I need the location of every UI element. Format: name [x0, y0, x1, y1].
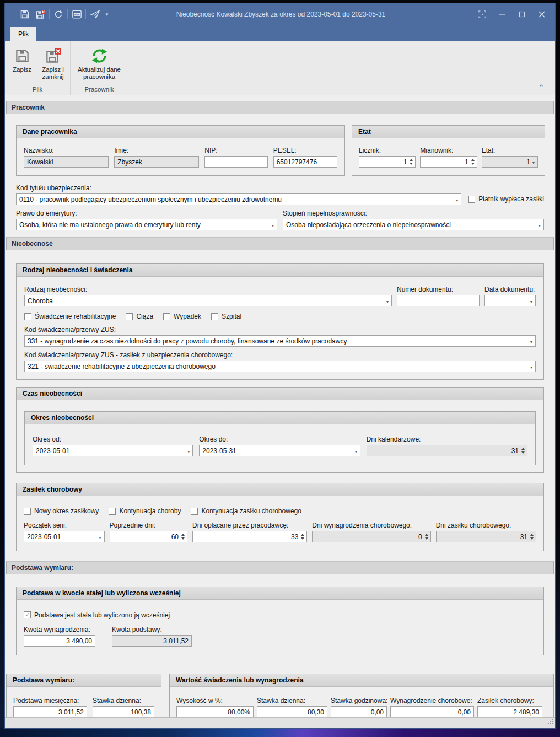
wysokosc-input[interactable]: 80,00%: [176, 706, 254, 717]
spinner-arrows-icon[interactable]: [410, 159, 413, 165]
stopien-dropdown[interactable]: Osoba nieposiadająca orzeczenia o niepeł…: [283, 219, 544, 230]
checkbox-label: Szpital: [222, 313, 241, 320]
nip-input[interactable]: [204, 156, 267, 168]
poczatek-serii-dropdown[interactable]: 2023-05-01: [24, 531, 105, 542]
pesel-input[interactable]: 65012797476: [273, 156, 337, 168]
section-header-podstawa: Podstawa wymiaru:: [6, 561, 554, 574]
prawo-emerytury-label: Prawo do emerytury:: [16, 209, 277, 217]
save-close-icon: [36, 10, 45, 19]
spinner-arrows-icon[interactable]: [301, 534, 304, 540]
poprzednie-dni-spinner[interactable]: 60: [110, 531, 188, 542]
spinner-arrows-icon[interactable]: [181, 534, 185, 540]
nowy-okres-checkbox[interactable]: Nowy okres zasiłkowy: [24, 507, 99, 515]
checkbox-label: Podstawa jest stała lub wyliczono ją wcz…: [34, 611, 170, 619]
rodzaj-dropdown[interactable]: Choroba: [24, 295, 392, 306]
zasilek-chorobowy-input[interactable]: 2 489,30: [477, 706, 542, 717]
kwota-wynagrodzenia-label: Kwota wynagrodzenia:: [24, 626, 95, 633]
group-header: Dane pracownika: [17, 126, 344, 138]
zapisz-button[interactable]: Zapisz: [7, 44, 37, 73]
chevron-down-icon: [530, 337, 532, 345]
podstawa-miesieczna-label: Podstawa miesięczna:: [13, 697, 87, 704]
spinner-arrows-icon[interactable]: [530, 534, 534, 540]
etat-label: Etat:: [482, 147, 538, 154]
chevron-down-icon: [99, 533, 101, 541]
checkbox-box: [211, 313, 218, 320]
refresh-icon: [54, 10, 63, 19]
group-wartosc-swiadczenia: Wartość świadczenia lub wynagrodzenia Wy…: [169, 674, 554, 717]
imie-input[interactable]: Zbyszek: [114, 156, 199, 168]
mianownik-spinner[interactable]: 1: [420, 156, 477, 168]
checkbox-label: Ciąża: [136, 313, 153, 320]
kwota-podstawy-label: Kwota podstawy:: [112, 626, 192, 633]
group-okres-nieobecnosci: Okres nieobecności Okres od: 2023-05-01 …: [24, 411, 536, 465]
kwota-podstawy-input[interactable]: 3 011,52: [112, 635, 192, 647]
kontynuacja-choroby-checkbox[interactable]: Kontynuacja choroby: [109, 507, 181, 515]
toolbar-options-button[interactable]: [103, 12, 111, 17]
swiadczenie-rehabilitacyjne-checkbox[interactable]: Świadczenie rehabilitacyjne: [24, 313, 116, 320]
szpital-checkbox[interactable]: Szpital: [211, 313, 241, 320]
okres-do-dropdown[interactable]: 2023-05-31: [199, 445, 360, 456]
zapisz-i-zamknij-button[interactable]: Zapisz i zamknij: [38, 44, 68, 80]
resize-grip[interactable]: [548, 717, 554, 727]
checkbox-label: Kontynuacja choroby: [119, 507, 181, 515]
save-close-button[interactable]: [33, 7, 48, 21]
group-header: Rodzaj nieobecności i świadczenia: [17, 264, 543, 277]
licznik-spinner[interactable]: 1: [359, 156, 416, 168]
dni-zasilku-spinner[interactable]: 31: [436, 531, 536, 542]
aktualizuj-dane-button[interactable]: Aktualizuj dane pracownika: [73, 44, 126, 80]
chevron-down-icon: [530, 297, 532, 305]
kwota-wynagrodzenia-input[interactable]: 3 490,00: [24, 635, 95, 647]
group-zasilek-chorobowy: Zasiłek chorobowy Nowy okres zasiłkowy K…: [16, 483, 544, 551]
kod-zus-dropdown[interactable]: 331 - wynagrodzenie za czas niezdolności…: [24, 335, 536, 347]
spinner-arrows-icon[interactable]: [425, 534, 428, 540]
group-dane-pracownika: Dane pracownika Nazwisko: Kowalski Imię:…: [16, 125, 345, 176]
dni-wynagrodzenia-spinner[interactable]: 0: [312, 531, 430, 542]
poczatek-serii-label: Początek serii:: [24, 521, 105, 529]
nazwisko-input[interactable]: Kowalski: [24, 156, 109, 168]
wypadek-checkbox[interactable]: Wypadek: [163, 313, 201, 320]
stawka-dzienna-right-input[interactable]: 80,30: [257, 706, 327, 717]
ribbon-group-plik: Zapisz Zapisz i zamknij Plik: [5, 41, 71, 95]
refresh-icon: [91, 47, 108, 64]
ribbon-tab-row: Plik: [5, 25, 555, 41]
checkbox-box: [163, 313, 170, 320]
kod-tytulu-dropdown[interactable]: 0110 - pracownik podlegający ubezpieczen…: [16, 193, 461, 205]
group-rodzaj-nieobecnosci: Rodzaj nieobecności i świadczenia Rodzaj…: [16, 263, 544, 380]
dni-oplacane-spinner[interactable]: 33: [192, 531, 307, 542]
ciaza-checkbox[interactable]: Ciąża: [126, 313, 153, 320]
minimize-button[interactable]: [492, 7, 512, 22]
toolbar-separator: [85, 9, 86, 19]
close-button[interactable]: [532, 7, 552, 22]
okres-od-dropdown[interactable]: 2023-05-01: [33, 445, 193, 456]
group-podstawa-stala: Podstawa w kwocie stałej lub wyliczona w…: [16, 587, 544, 655]
form-area: Pracownik Dane pracownika Nazwisko: Kowa…: [5, 95, 555, 717]
stawka-dzienna-left-input[interactable]: 100,38: [93, 706, 154, 717]
podstawa-stala-checkbox[interactable]: Podstawa jest stała lub wyliczono ją wcz…: [24, 611, 170, 619]
dni-kalendarzowe-spinner[interactable]: 31: [367, 445, 527, 456]
data-dokumentu-label: Data dokumentu:: [484, 286, 536, 293]
kod-zus-zasilek-dropdown[interactable]: 321 - świadczenie rehabilitacyjne z ubez…: [24, 361, 536, 372]
prawo-emerytury-dropdown[interactable]: Osoba, która nie ma ustalonego prawa do …: [16, 219, 277, 230]
pdf-button[interactable]: PDF: [69, 7, 84, 21]
spinner-arrows-icon[interactable]: [471, 159, 475, 165]
toolbar-separator: [67, 9, 68, 19]
section-header-nieobecnosc: Nieobecność: [6, 237, 554, 250]
fit-window-button[interactable]: [472, 7, 492, 22]
send-button[interactable]: [87, 7, 103, 21]
etat-dropdown[interactable]: 1: [482, 156, 538, 168]
dni-wynagrodzenia-label: Dni wynagrodzenia chorobowego:: [312, 521, 430, 529]
data-dokumentu-dropdown[interactable]: [484, 295, 536, 306]
stawka-godzinowa-input[interactable]: 0,00: [331, 706, 387, 717]
wynagrodzenie-chorobowe-input[interactable]: 0,00: [390, 706, 474, 717]
spinner-arrows-icon[interactable]: [521, 448, 525, 454]
kontynuacja-zasilku-checkbox[interactable]: Kontynuacja zasiłku chorobowego: [191, 507, 301, 515]
numer-dokumentu-input[interactable]: [397, 295, 480, 306]
save-button[interactable]: [17, 7, 33, 21]
collapse-ribbon-button[interactable]: [537, 85, 545, 90]
platnik-checkbox[interactable]: Płatnik wypłaca zasiłki: [468, 195, 544, 203]
maximize-button[interactable]: [512, 7, 532, 22]
chevron-down-icon: [530, 363, 532, 370]
podstawa-miesieczna-input[interactable]: 3 011,52: [13, 706, 87, 717]
tab-plik[interactable]: Plik: [10, 27, 36, 41]
refresh-button[interactable]: [51, 7, 66, 21]
